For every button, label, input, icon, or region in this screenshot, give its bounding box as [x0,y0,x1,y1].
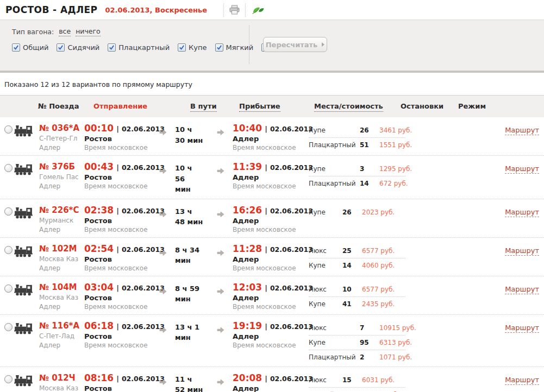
route-link[interactable]: Маршрут [505,165,539,174]
train-select-radio[interactable] [4,164,12,172]
train-select-radio[interactable] [4,125,12,134]
column-header-departure[interactable]: Отправление [93,102,147,110]
place-class: Купе [309,339,360,346]
arrival-time: 20:08 [233,372,262,383]
place-price: 1551 руб. [379,141,412,149]
departure-timezone: Время московское [84,342,159,349]
recalculate-button[interactable]: Пересчитать [263,37,327,52]
place-count: 15 [342,376,362,384]
train-row: № 116*А С-Пет-Лад Адлер 06:18|02.06.2013… [0,315,544,367]
arrival-station: Адлер [233,294,309,302]
train-select-radio[interactable] [4,284,12,293]
train-icon [14,372,39,389]
time-date-separator: | [116,125,119,133]
checkbox-label: Плацкартный [118,43,170,52]
place-price: 2023 руб. [362,208,395,216]
place-separator [309,137,405,138]
route-link[interactable]: Маршрут [505,246,539,256]
duration-line: 48 мин [175,217,217,227]
departure-timezone: Время московское [84,182,159,190]
duration-line: 56 [175,174,217,185]
place-price: 2435 руб. [362,300,395,308]
departure-time: 00:10 [84,123,114,134]
train-select-radio[interactable] [4,207,12,216]
divider [245,3,246,17]
select-none-link[interactable]: ничего [76,27,101,36]
train-select-radio[interactable] [4,246,12,254]
train-icon [14,282,39,299]
column-header-duration[interactable]: В пути [190,102,217,112]
checkbox-kupe[interactable]: Купе [178,43,207,52]
time-date-separator: | [116,323,119,331]
results-summary: Показано 12 из 12 вариантов по прямому м… [0,73,544,95]
places-list: Купе 3 1295 руб. Плацкартный 14 672 руб. [309,163,436,189]
place-class: Купе [309,208,342,216]
train-select-radio[interactable] [4,323,12,331]
place-price: 6577 руб. [362,286,395,293]
arrival-station: Адлер [233,332,309,340]
checkbox-sidyachiy[interactable]: Сидячий [57,43,99,52]
duration: 10 ч30 мин [175,123,217,146]
printer-icon[interactable] [229,5,240,15]
departure-station: Ростов [84,135,159,143]
train-row: № 012Ч Москва Каз Адлер 08:16|02.06.2013… [0,367,544,392]
table-header: № Поезда Отправление В пути Прибытие Мес… [0,95,544,117]
place-class: Купе [309,300,342,308]
page-title: РОСТОВ - АДЛЕР [5,4,97,15]
route-link[interactable]: Маршрут [505,376,539,385]
arrow-right-icon [159,161,175,176]
departure-time: 00:43 [84,161,114,172]
place-separator [309,176,405,176]
duration-line: мин [175,294,217,305]
places-list: Люкс 10 6577 руб. Купе 41 2435 руб. [309,284,436,309]
train-row: № 226*С Мурманск Адлер 02:38|02.06.2013 … [0,199,544,238]
place-count: 51 [360,141,379,149]
route-link[interactable]: Маршрут [505,208,539,217]
checkbox-myagkiy[interactable]: Мягкий [215,43,254,52]
place-price: 6577 руб. [362,247,395,255]
departure-timezone: Время московское [84,226,159,233]
arrow-right-icon [217,161,233,176]
checked-checkbox-icon [215,43,223,52]
place-row: Люкс 25 6577 руб. [309,245,436,256]
checkbox-obshchiy[interactable]: Общий [12,43,48,52]
train-select-radio[interactable] [4,375,12,383]
place-row: Купе 95 6313 руб. [309,337,436,348]
route-link[interactable]: Маршрут [505,324,539,333]
arrival-date: 02.06.2013 [270,125,313,133]
departure-time: 08:16 [84,372,114,383]
train-origin: Москва Каз [39,294,84,301]
departure-date: 02.06.2013 [122,375,165,383]
place-row: Люкс 15 6031 руб. [309,375,436,385]
places-list: Купе 26 2023 руб. [309,207,436,218]
place-price: 4060 руб. [362,262,395,269]
departure-station: Ростов [84,217,159,225]
train-number: № 012Ч [39,373,84,383]
time-date-separator: | [265,207,267,215]
place-class: Люкс [309,324,360,332]
departure-date: 02.06.2013 [122,125,165,133]
place-count: 25 [342,247,362,255]
column-header-arrival[interactable]: Прибытие [239,102,280,112]
arrival-timezone: Время московское [233,144,309,151]
checkbox-label: Купе [189,43,207,52]
place-count: 26 [360,127,379,134]
leaf-icon[interactable] [251,5,265,15]
duration-line: 8 ч 59 [175,283,217,294]
train-origin: Москва Каз [39,255,84,263]
checkbox-platskartnyy[interactable]: Плацкартный [108,43,170,52]
place-row: Плацкартный 2 1071 руб. [309,352,436,363]
column-header-places-cost[interactable]: Места/стоимость [314,102,383,112]
route-link[interactable]: Маршрут [505,126,539,135]
place-row: Купе 26 2023 руб. [309,207,436,218]
train-destination: Адлер [39,303,84,311]
duration-line: 52 мин [175,384,217,392]
select-all-link[interactable]: все [59,27,71,36]
route-link[interactable]: Маршрут [505,285,539,294]
arrival-date: 02.06.2013 [270,323,313,331]
arrival-time: 11:39 [233,161,262,172]
departure-time: 06:18 [84,320,114,331]
departure-timezone: Время московское [84,144,159,151]
train-row: № 102М Москва Каз Адлер 02:54|02.06.2013… [0,238,544,276]
train-destination: Адлер [39,226,84,233]
